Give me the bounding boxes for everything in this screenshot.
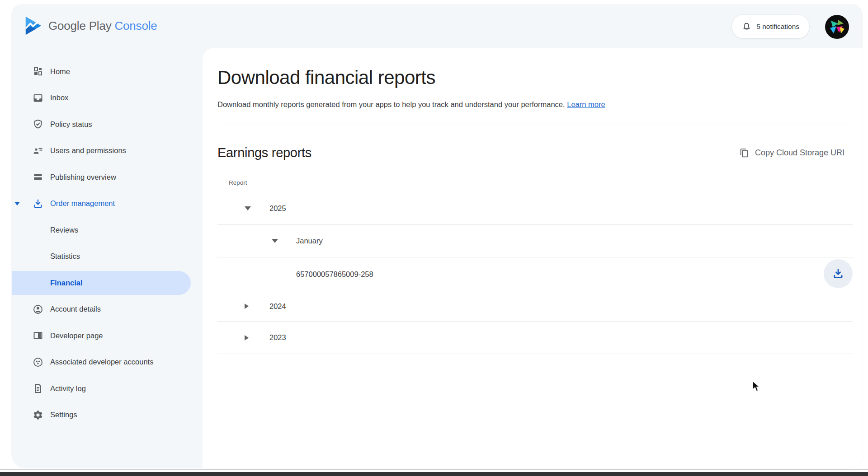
main-content: Download financial reports Download mont… [203, 48, 863, 468]
active-item-highlight [12, 271, 191, 295]
gear-icon [32, 409, 44, 421]
sidebar-label: Financial [50, 279, 83, 287]
earnings-report-table: 2025 January 657000057865009-258 2024 [217, 192, 853, 354]
top-bar: Google Play Console 5 notifications [12, 5, 863, 48]
sidebar-label: Publishing overview [50, 173, 116, 182]
account-circle-icon [32, 303, 44, 315]
download-icon [32, 198, 44, 210]
copy-icon [740, 148, 749, 158]
notifications-label: 5 notifications [756, 23, 799, 31]
sidebar-label: Associated developer accounts [50, 358, 153, 366]
sidebar-label: Users and permissions [50, 146, 126, 155]
screen-bottom-bar [0, 472, 868, 476]
associated-accounts-icon [32, 356, 44, 368]
year-label: 2024 [269, 302, 286, 311]
sidebar-item-financial[interactable]: Financial [12, 270, 203, 296]
year-label: 2025 [269, 204, 286, 213]
document-icon [32, 383, 44, 394]
sidebar-item-reviews[interactable]: Reviews [12, 217, 203, 243]
table-row-report-file[interactable]: 657000057865009-258 [217, 257, 853, 291]
download-report-button[interactable] [824, 259, 853, 288]
report-column-header: Report [217, 179, 853, 186]
copy-cloud-storage-uri-button[interactable]: Copy Cloud Storage URI [740, 148, 844, 158]
table-row-year-2023[interactable]: 2023 [217, 322, 853, 354]
sidebar-label: Reviews [50, 226, 78, 234]
sidebar-item-account-details[interactable]: Account details [12, 296, 203, 323]
sidebar-item-users-permissions[interactable]: Users and permissions [12, 138, 203, 164]
report-file-name: 657000057865009-258 [296, 270, 373, 279]
sidebar-item-policy-status[interactable]: Policy status [12, 111, 203, 138]
sidebar-label: Statistics [50, 252, 80, 261]
avatar-logo-icon [828, 18, 846, 36]
window-bottom-edge [0, 469, 868, 470]
sidebar-label: Settings [50, 411, 77, 419]
table-row-month-january[interactable]: January [217, 225, 853, 257]
subtitle-text: Download monthly reports generated from … [217, 100, 565, 108]
sidebar-item-order-management[interactable]: Order management [12, 191, 203, 217]
month-label: January [296, 237, 323, 245]
bell-icon [742, 22, 751, 32]
page-title: Download financial reports [217, 67, 853, 89]
earnings-reports-heading: Earnings reports [217, 145, 311, 160]
shield-check-icon [32, 118, 44, 130]
logo-wordmark: Google Play Console [48, 19, 157, 33]
publishing-card-icon [32, 171, 44, 183]
chevron-down-icon[interactable] [12, 202, 22, 205]
sidebar-item-associated-developer-accounts[interactable]: Associated developer accounts [12, 349, 203, 376]
sidebar-label: Developer page [50, 331, 103, 340]
sidebar-label: Home [50, 67, 70, 76]
account-avatar[interactable] [825, 15, 849, 39]
table-row-year-2025[interactable]: 2025 [217, 192, 853, 225]
learn-more-link[interactable]: Learn more [567, 100, 605, 108]
expand-arrow-icon[interactable] [245, 335, 249, 341]
year-label: 2023 [269, 333, 286, 342]
sidebar-item-inbox[interactable]: Inbox [12, 85, 203, 112]
collapse-arrow-icon[interactable] [245, 206, 251, 210]
copy-uri-label: Copy Cloud Storage URI [755, 148, 844, 158]
header-divider [217, 123, 853, 123]
sidebar-item-home[interactable]: Home [12, 58, 203, 85]
sidebar-item-developer-page[interactable]: Developer page [12, 322, 203, 349]
google-play-console-logo[interactable]: Google Play Console [25, 16, 157, 35]
sidebar-item-publishing-overview[interactable]: Publishing overview [12, 164, 203, 191]
collapse-arrow-icon[interactable] [272, 239, 278, 243]
sidebar-label: Policy status [50, 120, 92, 129]
sidebar-nav: Home Inbox Policy status Users and permi… [12, 48, 203, 468]
download-icon [832, 268, 844, 280]
sidebar-label: Inbox [50, 93, 68, 102]
page-subtitle: Download monthly reports generated from … [217, 100, 853, 109]
sidebar-label: Order management [50, 199, 115, 208]
expand-arrow-icon[interactable] [245, 303, 249, 309]
table-row-year-2024[interactable]: 2024 [217, 291, 853, 322]
sidebar-label: Activity log [50, 384, 86, 393]
home-dashboard-icon [32, 65, 44, 77]
sidebar-item-activity-log[interactable]: Activity log [12, 375, 203, 402]
notifications-button[interactable]: 5 notifications [732, 15, 809, 38]
developer-page-icon [32, 330, 44, 341]
inbox-icon [32, 92, 44, 104]
app-window: Google Play Console 5 notifications [12, 5, 863, 468]
sidebar-label: Account details [50, 305, 101, 313]
sidebar-item-settings[interactable]: Settings [12, 402, 203, 429]
users-icon [32, 145, 44, 157]
play-logo-icon [25, 16, 42, 35]
sidebar-item-statistics[interactable]: Statistics [12, 243, 203, 270]
